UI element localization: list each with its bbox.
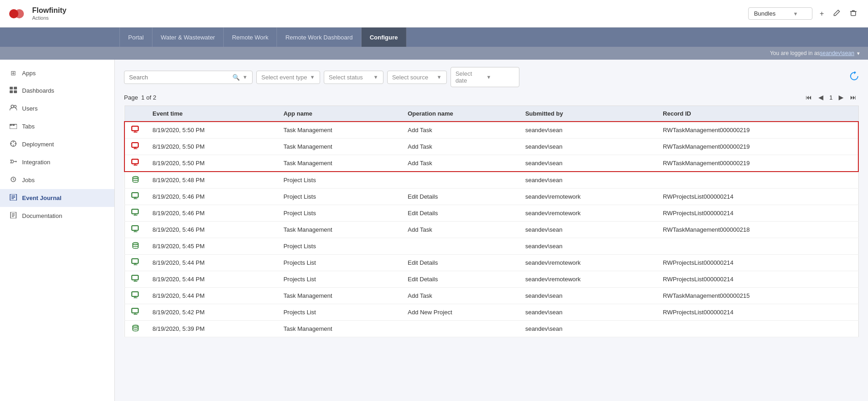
col-submitted-by: Submitted by: [519, 106, 657, 122]
nav-tab-water[interactable]: Water & Wastewater: [152, 28, 224, 47]
row-operation-name: Edit Details: [401, 255, 519, 271]
row-submitted-by: seandev\sean: [519, 172, 657, 189]
row-record-id: [656, 238, 858, 255]
row-record-id: [656, 321, 858, 337]
monitor-red-icon: [131, 126, 140, 133]
source-dropdown[interactable]: Select source ▼: [387, 71, 447, 84]
svg-rect-26: [132, 275, 138, 280]
row-event-time: 8/19/2020, 5:46 PM: [146, 205, 277, 222]
table-row[interactable]: 8/19/2020, 5:44 PM Projects List Edit De…: [124, 255, 858, 271]
row-event-time: 8/19/2020, 5:50 PM: [146, 139, 277, 155]
db-green-icon: [131, 324, 140, 332]
monitor-green-icon: [131, 291, 140, 299]
top-header: Flowfinity Actions Bundles ▼ +: [0, 0, 868, 28]
row-record-id: RWProjectsList000000214: [656, 271, 858, 288]
row-event-time: 8/19/2020, 5:44 PM: [146, 288, 277, 304]
row-submitted-by: seandev\sean: [519, 155, 657, 172]
table-row[interactable]: 8/19/2020, 5:42 PM Projects List Add New…: [124, 304, 858, 321]
svg-rect-22: [132, 209, 138, 214]
event-type-dropdown[interactable]: Select event type ▼: [256, 71, 320, 84]
row-operation-name: Add New Project: [401, 304, 519, 321]
nav-tab-portal[interactable]: Portal: [119, 28, 152, 47]
row-icon-cell: [124, 271, 146, 288]
table-row[interactable]: 8/19/2020, 5:39 PM Task Management seand…: [124, 321, 858, 337]
sidebar-item-documentation[interactable]: Documentation: [0, 207, 114, 225]
row-app-name: Projects List: [277, 304, 401, 321]
table-row[interactable]: 8/19/2020, 5:44 PM Task Management Add T…: [124, 288, 858, 304]
nav-bar: Portal Water & Wastewater Remote Work Re…: [0, 28, 868, 47]
bundles-dropdown[interactable]: Bundles ▼: [748, 7, 812, 20]
refresh-button[interactable]: [850, 72, 859, 83]
col-event-time: Event time: [146, 106, 277, 122]
pagination-controls: ⏮ ◀ 1 ▶ ⏭: [803, 93, 859, 102]
nav-tab-remotework-dashboard[interactable]: Remote Work Dashboard: [277, 28, 361, 47]
table-row[interactable]: 8/19/2020, 5:46 PM Project Lists Edit De…: [124, 205, 858, 222]
logo-area: Flowfinity Actions: [9, 6, 67, 21]
svg-point-1: [15, 9, 24, 18]
sidebar-item-event-journal[interactable]: Event Journal: [0, 189, 114, 207]
edit-button[interactable]: [831, 7, 842, 20]
sidebar-item-tabs[interactable]: Tabs: [0, 117, 114, 135]
user-dropdown-icon[interactable]: ▼: [856, 51, 861, 56]
sidebar-item-users[interactable]: Users: [0, 100, 114, 117]
sidebar-item-integration[interactable]: Integration: [0, 153, 114, 171]
search-icon: 🔍: [232, 74, 240, 81]
status-dropdown[interactable]: Select status ▼: [324, 71, 383, 84]
table-row[interactable]: 8/19/2020, 5:46 PM Project Lists Edit De…: [124, 189, 858, 205]
username-link[interactable]: seandev\sean: [820, 50, 854, 56]
table-row[interactable]: 8/19/2020, 5:50 PM Task Management Add T…: [124, 122, 858, 139]
row-app-name: Task Management: [277, 155, 401, 172]
row-event-time: 8/19/2020, 5:45 PM: [146, 238, 277, 255]
nav-tab-remotework[interactable]: Remote Work: [224, 28, 277, 47]
svg-rect-27: [132, 292, 138, 296]
add-button[interactable]: +: [818, 8, 826, 20]
svg-rect-6: [14, 90, 17, 93]
row-icon-cell: [124, 155, 146, 172]
row-event-time: 8/19/2020, 5:44 PM: [146, 255, 277, 271]
nav-tab-configure[interactable]: Configure: [361, 28, 406, 47]
row-app-name: Projects List: [277, 255, 401, 271]
row-record-id: RWTaskManagement000000219: [656, 122, 858, 139]
search-input[interactable]: [129, 74, 230, 81]
table-row[interactable]: 8/19/2020, 5:50 PM Task Management Add T…: [124, 155, 858, 172]
row-submitted-by: seandev\remotework: [519, 271, 657, 288]
bundles-caret-icon: ▼: [793, 11, 798, 17]
users-icon: [9, 105, 17, 112]
table-row[interactable]: 8/19/2020, 5:48 PM Project Lists seandev…: [124, 172, 858, 189]
table-wrapper: Event time App name Operation name Submi…: [124, 106, 859, 337]
svg-point-7: [11, 105, 14, 108]
search-dropdown-icon[interactable]: ▼: [242, 74, 248, 80]
table-row[interactable]: 8/19/2020, 5:45 PM Project Lists seandev…: [124, 238, 858, 255]
search-box[interactable]: 🔍 ▼: [124, 71, 253, 84]
table-row[interactable]: 8/19/2020, 5:50 PM Task Management Add T…: [124, 139, 858, 155]
table-row[interactable]: 8/19/2020, 5:44 PM Projects List Edit De…: [124, 271, 858, 288]
monitor-green-icon: [131, 192, 140, 200]
row-icon-cell: [124, 321, 146, 337]
pagination-current-link[interactable]: 1 of 2: [141, 94, 157, 101]
svg-rect-25: [132, 259, 138, 263]
row-icon-cell: [124, 238, 146, 255]
table-row[interactable]: 8/19/2020, 5:46 PM Task Management Add T…: [124, 222, 858, 238]
sidebar-item-dashboards[interactable]: Dashboards: [0, 82, 114, 100]
sidebar: ⊞ Apps Dashboards Users Tabs Deploymen: [0, 60, 115, 401]
svg-rect-18: [132, 143, 138, 147]
sidebar-item-jobs[interactable]: Jobs: [0, 171, 114, 189]
delete-button[interactable]: [848, 7, 859, 20]
prev-page-button[interactable]: ◀: [816, 93, 826, 102]
row-app-name: Project Lists: [277, 172, 401, 189]
monitor-red-icon: [131, 159, 140, 166]
row-submitted-by: seandev\sean: [519, 139, 657, 155]
sidebar-item-apps[interactable]: ⊞ Apps: [0, 64, 114, 82]
main-layout: ⊞ Apps Dashboards Users Tabs Deploymen: [0, 60, 868, 401]
first-page-button[interactable]: ⏮: [803, 93, 814, 102]
table-header-row: Event time App name Operation name Submi…: [124, 106, 858, 122]
col-icon: [124, 106, 146, 122]
jobs-icon: [9, 176, 17, 184]
next-page-button[interactable]: ▶: [836, 93, 846, 102]
row-submitted-by: seandev\remotework: [519, 189, 657, 205]
row-event-time: 8/19/2020, 5:39 PM: [146, 321, 277, 337]
pagination-info: Page 1 of 2: [124, 94, 156, 101]
sidebar-item-deployment[interactable]: Deployment: [0, 135, 114, 153]
last-page-button[interactable]: ⏭: [848, 93, 859, 102]
date-dropdown[interactable]: Select date ▼: [451, 67, 519, 87]
